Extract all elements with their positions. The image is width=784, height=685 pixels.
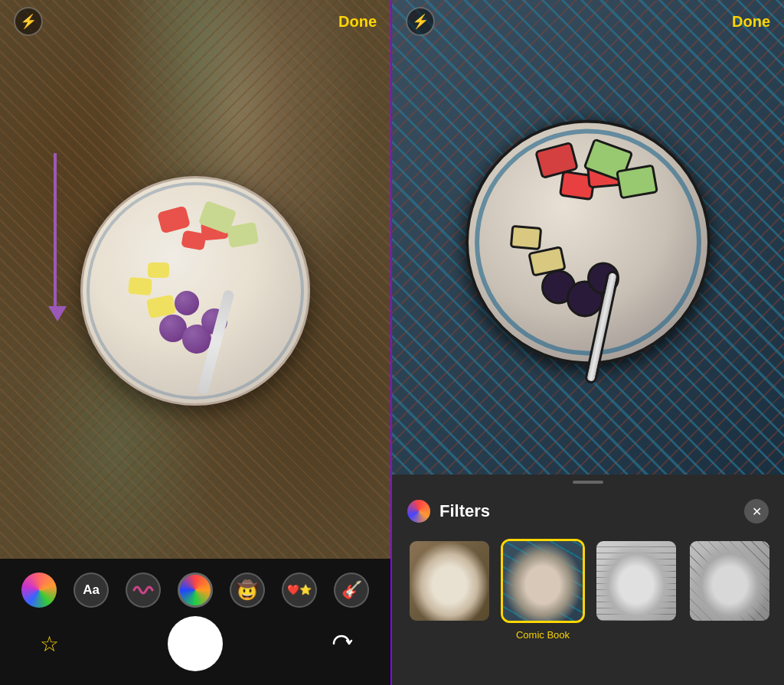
- flash-button[interactable]: ⚡: [14, 7, 43, 36]
- toolbar-icons: Aa 🤠 ❤️⭐ 🎸: [0, 572, 390, 608]
- left-top-bar: ⚡ Done: [0, 0, 390, 43]
- close-filters-button[interactable]: ✕: [744, 499, 769, 524]
- banana-chunk: [148, 263, 169, 278]
- watermelon-chunk: [157, 206, 191, 234]
- filter-scroll-area[interactable]: Comic Book: [392, 533, 784, 656]
- left-bottom-bar: Aa 🤠 ❤️⭐ 🎸 ☆: [0, 559, 390, 685]
- tap-arrow: [46, 153, 67, 321]
- stickers-button[interactable]: ❤️⭐: [282, 572, 317, 608]
- melon-chunk: [227, 222, 259, 248]
- grape: [175, 291, 199, 315]
- filter-option-sketch1[interactable]: [594, 539, 678, 641]
- filter-thumb-comic[interactable]: [501, 539, 585, 623]
- filter-title-row: Filters: [407, 500, 490, 523]
- drag-handle: [573, 481, 603, 484]
- left-panel: ⚡ Done: [0, 0, 392, 685]
- filter-thumb-sketch2[interactable]: [688, 539, 772, 623]
- thumb-sketch2-img: [690, 541, 769, 621]
- filter-panel: Filters ✕ Comic Book: [392, 475, 784, 685]
- emoji-picker-button[interactable]: [178, 572, 213, 608]
- favorites-button[interactable]: ☆: [31, 625, 67, 662]
- face-effects-button[interactable]: 🤠: [230, 572, 265, 608]
- filter-icon: [407, 500, 430, 523]
- thumb-comic-img: [503, 541, 583, 621]
- done-button-left[interactable]: Done: [338, 13, 377, 31]
- right-panel: ⚡ Done: [392, 0, 784, 685]
- flip-button[interactable]: [323, 625, 360, 662]
- thumb-original-img: [410, 541, 489, 621]
- toolbar-bottom: ☆: [0, 616, 390, 671]
- right-top-bar: ⚡ Done: [392, 0, 784, 43]
- right-photo-area: [392, 0, 784, 475]
- comic-plate: [466, 119, 710, 364]
- arrow-line: [54, 153, 57, 306]
- arrow-head: [48, 306, 67, 321]
- flash-button-right[interactable]: ⚡: [406, 7, 435, 36]
- comic-melon: [616, 164, 658, 199]
- left-photo-area: [0, 0, 390, 559]
- filter-title: Filters: [439, 501, 490, 521]
- draw-button[interactable]: [126, 572, 161, 608]
- banana-chunk: [128, 277, 152, 296]
- filter-option-original[interactable]: [407, 539, 492, 641]
- comic-banana: [510, 225, 542, 250]
- filter-option-sketch2[interactable]: [688, 539, 772, 641]
- done-button-right[interactable]: Done: [732, 13, 770, 31]
- text-button[interactable]: Aa: [74, 572, 109, 608]
- filter-option-comic-book[interactable]: Comic Book: [501, 539, 585, 641]
- filter-header: Filters ✕: [392, 487, 784, 533]
- thumb-sketch1-img: [596, 541, 676, 621]
- filters-icon-button[interactable]: [21, 572, 57, 608]
- music-button[interactable]: 🎸: [334, 572, 369, 608]
- filter-thumb-original[interactable]: [407, 539, 492, 623]
- filter-label-comic: Comic Book: [516, 629, 570, 641]
- shutter-button[interactable]: [168, 616, 223, 671]
- comic-photo-background: [392, 0, 784, 475]
- fruit-plate: [80, 176, 310, 406]
- filter-thumb-sketch1[interactable]: [594, 539, 678, 623]
